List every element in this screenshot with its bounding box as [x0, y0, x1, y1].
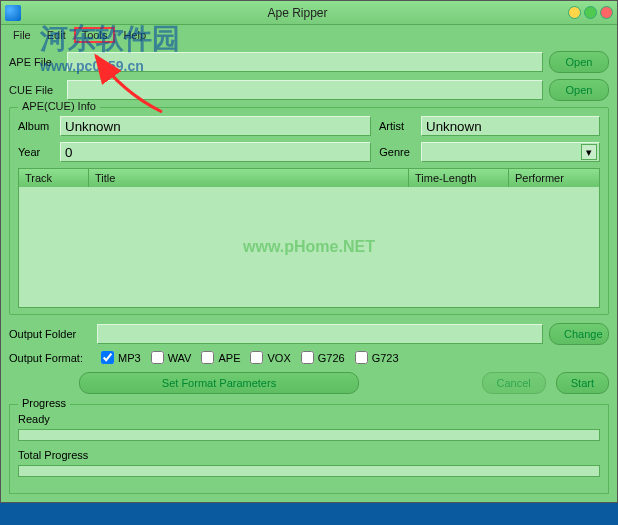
cancel-button[interactable]: Cancel [482, 372, 546, 394]
output-folder-input[interactable] [97, 324, 543, 344]
total-progress-label: Total Progress [18, 449, 600, 461]
set-parameters-button[interactable]: Set Format Parameters [79, 372, 359, 394]
cue-open-button[interactable]: Open [549, 79, 609, 101]
format-wav[interactable]: WAV [151, 351, 192, 364]
output-folder-label: Output Folder [9, 328, 91, 340]
cue-file-input[interactable] [67, 80, 543, 100]
progress-legend: Progress [18, 397, 70, 409]
minimize-button[interactable] [568, 6, 581, 19]
genre-label: Genre [379, 146, 417, 158]
cue-file-label: CUE File [9, 84, 61, 96]
menu-tools[interactable]: Tools [74, 27, 116, 43]
format-ape[interactable]: APE [201, 351, 240, 364]
menu-file[interactable]: File [5, 27, 39, 43]
album-label: Album [18, 120, 56, 132]
format-vox[interactable]: VOX [250, 351, 290, 364]
output-format-row: Output Format: MP3 WAV APE VOX G726 G723 [9, 351, 609, 364]
chevron-down-icon: ▾ [581, 144, 597, 160]
ape-file-input[interactable] [67, 52, 543, 72]
ready-label: Ready [18, 413, 600, 425]
cue-file-row: CUE File Open [9, 79, 609, 101]
info-legend: APE(CUE) Info [18, 100, 100, 112]
total-progress-bar [18, 465, 600, 477]
change-button[interactable]: Change [549, 323, 609, 345]
track-table: Track Title Time-Length Performer www.pH… [18, 168, 600, 308]
close-button[interactable] [600, 6, 613, 19]
watermark-text: www.pHome.NET [243, 238, 375, 256]
maximize-button[interactable] [584, 6, 597, 19]
progress-group: Progress Ready Total Progress [9, 404, 609, 494]
menu-help[interactable]: Help [115, 27, 154, 43]
th-track[interactable]: Track [19, 169, 89, 187]
table-header: Track Title Time-Length Performer [19, 169, 599, 187]
year-label: Year [18, 146, 56, 158]
titlebar[interactable]: Ape Ripper [1, 1, 617, 25]
th-performer[interactable]: Performer [509, 169, 599, 187]
ape-cue-info: APE(CUE) Info Album Artist Year Genre [9, 107, 609, 315]
output-format-label: Output Format: [9, 352, 91, 364]
app-icon [5, 5, 21, 21]
artist-label: Artist [379, 120, 417, 132]
th-time[interactable]: Time-Length [409, 169, 509, 187]
menu-edit[interactable]: Edit [39, 27, 74, 43]
output-folder-row: Output Folder Change [9, 323, 609, 345]
format-g726[interactable]: G726 [301, 351, 345, 364]
window-title: Ape Ripper [27, 6, 568, 20]
genre-select[interactable]: ▾ [421, 142, 600, 162]
ape-file-row: APE File Open [9, 51, 609, 73]
menubar: File Edit Tools Help [1, 25, 617, 45]
table-body[interactable]: www.pHome.NET [19, 187, 599, 307]
format-mp3[interactable]: MP3 [101, 351, 141, 364]
window-controls [568, 6, 613, 19]
start-button[interactable]: Start [556, 372, 609, 394]
ape-open-button[interactable]: Open [549, 51, 609, 73]
progress-bar [18, 429, 600, 441]
action-row: Set Format Parameters Cancel Start [9, 372, 609, 394]
format-g723[interactable]: G723 [355, 351, 399, 364]
album-input[interactable] [60, 116, 371, 136]
artist-input[interactable] [421, 116, 600, 136]
main-window: Ape Ripper File Edit Tools Help APE File… [0, 0, 618, 503]
th-title[interactable]: Title [89, 169, 409, 187]
client-area: APE File Open CUE File Open APE(CUE) Inf… [1, 45, 617, 502]
ape-file-label: APE File [9, 56, 61, 68]
year-input[interactable] [60, 142, 371, 162]
